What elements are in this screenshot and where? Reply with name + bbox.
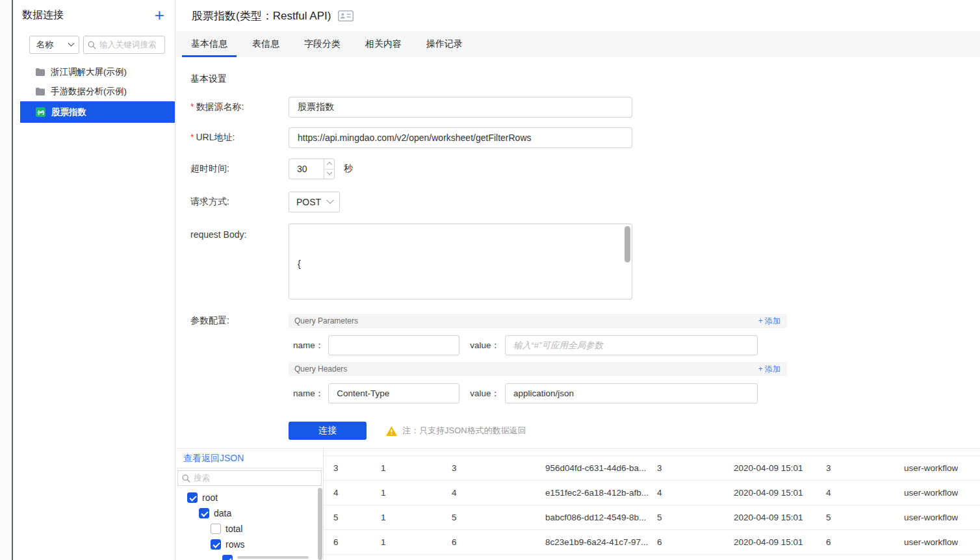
result-panel: 查看返回JSON root data to: [176, 448, 980, 560]
required-asterisk: *: [190, 132, 194, 142]
cell: 2020-04-09 15:01: [734, 463, 826, 473]
checkbox-checked[interactable]: [187, 492, 198, 503]
cell: 5: [826, 513, 904, 522]
sidebar-search-input[interactable]: [99, 40, 159, 49]
table-row: 313956d04fd-c631-44d6-ba...32020-04-09 1…: [324, 456, 980, 481]
page-title: 股票指数(类型：Restful API): [192, 8, 331, 23]
timeout-unit: 秒: [344, 163, 353, 175]
param-value-input[interactable]: [505, 335, 758, 355]
sidebar-header: 数据连接: [14, 0, 175, 22]
connect-row: 连接 注：只支持JSON格式的数据返回: [190, 422, 980, 440]
tree-item-label: rows: [226, 539, 245, 550]
header-name-input[interactable]: [328, 383, 459, 403]
json-notice: 注：只支持JSON格式的数据返回: [386, 425, 526, 437]
add-query-parameter-link[interactable]: + 添加: [758, 316, 780, 327]
collapsed-left-rail: [0, 0, 13, 560]
tab-label: 操作记录: [426, 38, 463, 50]
basic-settings-form: 基本设置 *数据源名称: *URL地址: 超时时间: 秒: [176, 73, 980, 440]
tab-operation-log[interactable]: 操作记录: [417, 31, 472, 57]
table-row-clipped: [324, 449, 980, 456]
tab-label: 相关内容: [365, 38, 402, 50]
request-body-textarea[interactable]: { "appKey": "f3547ad19411180f", "sign": …: [289, 223, 632, 299]
folder-icon: [36, 68, 45, 76]
view-json-link[interactable]: 查看返回JSON: [176, 449, 323, 468]
cell: 6: [826, 537, 904, 547]
cell: 3: [826, 463, 904, 473]
cell: 1: [381, 463, 452, 473]
tab-label: 字段分类: [304, 38, 341, 50]
query-headers-bar: Query Headers + 添加: [289, 362, 787, 376]
datasource-name-row: *数据源名称:: [190, 97, 980, 118]
cell: user-workflow: [904, 537, 958, 547]
params-config-label: 参数配置:: [190, 314, 289, 327]
request-body-row: request Body: { "appKey": "f3547ad194111…: [190, 223, 980, 299]
datasource-name-input[interactable]: [289, 97, 632, 118]
tab-basic-info[interactable]: 基本信息: [182, 31, 237, 57]
tab-field-category[interactable]: 字段分类: [295, 31, 350, 57]
connect-button[interactable]: 连接: [289, 422, 367, 440]
sidebar-item-label: 股票指数: [51, 107, 86, 118]
cell: e151fec2-6a18-412b-afb...: [545, 488, 657, 498]
tree-scrollbar[interactable]: [318, 488, 322, 560]
main-panel: 股票指数(类型：Restful API) 基本信息 表信息 字段分类 相关内容 …: [176, 0, 980, 560]
body-line: {: [298, 257, 621, 271]
cell: 8c23e1b9-6a24-41c7-97...: [545, 537, 657, 547]
checkbox-unchecked[interactable]: [211, 524, 221, 534]
cell: babcf086-dd12-4549-8b...: [545, 513, 657, 522]
json-notice-text: 注：只支持JSON格式的数据返回: [402, 425, 526, 437]
param-name-input[interactable]: [328, 335, 459, 355]
tree-item-label: root: [202, 492, 218, 503]
checkbox-checked[interactable]: [199, 508, 209, 518]
header-name-label: name：: [293, 388, 324, 400]
checkbox-checked[interactable]: [211, 539, 221, 550]
cell: 1: [381, 513, 452, 522]
required-asterisk: *: [190, 101, 194, 112]
cell: user-workflow: [904, 463, 958, 473]
datasource-name-label: *数据源名称:: [190, 101, 289, 113]
cell: 6: [333, 537, 381, 547]
sidebar-item-zhejiang[interactable]: 浙江调解大屏(示例): [14, 62, 175, 82]
cell: 5: [657, 513, 734, 522]
id-card-icon[interactable]: [338, 10, 354, 21]
stepper-down-button[interactable]: [324, 170, 334, 179]
param-value-label: value：: [470, 340, 500, 351]
cell: 1: [381, 488, 452, 498]
cell: 4: [657, 488, 734, 498]
title-bar: 股票指数(类型：Restful API): [176, 0, 980, 31]
query-parameter-row: name： value：: [293, 335, 787, 355]
chevron-down-icon: [68, 40, 75, 46]
query-header-row: name： value：: [293, 383, 787, 403]
param-name-label: name：: [293, 340, 324, 351]
request-method-label: 请求方式:: [190, 196, 289, 208]
sidebar-item-mobile-game[interactable]: 手游数据分析(示例): [14, 82, 175, 101]
tree-item-total: total: [176, 521, 323, 537]
tree-search[interactable]: [177, 470, 322, 486]
sidebar-search[interactable]: [83, 36, 165, 54]
chevron-up-icon: [326, 162, 331, 167]
tab-related-content[interactable]: 相关内容: [356, 31, 411, 57]
request-body-label: request Body:: [190, 223, 289, 240]
checkbox-checked[interactable]: [222, 555, 233, 560]
sidebar-item-label: 手游数据分析(示例): [51, 86, 127, 97]
json-field-tree: root data total rows: [176, 490, 323, 560]
cell: 5: [333, 513, 381, 522]
header-value-input[interactable]: [505, 383, 758, 403]
query-parameters-bar: Query Parameters + 添加: [289, 314, 787, 328]
tree-search-input[interactable]: [194, 474, 304, 483]
cell: 3: [657, 463, 734, 473]
request-method-select[interactable]: POST: [289, 192, 340, 212]
tab-table-info[interactable]: 表信息: [243, 31, 289, 57]
tree-item-label: total: [226, 524, 242, 534]
textarea-scrollbar[interactable]: [625, 226, 630, 262]
cell: 3: [452, 463, 545, 473]
sidebar-item-stock-index[interactable]: 股票指数: [20, 101, 175, 123]
add-query-header-link[interactable]: + 添加: [758, 364, 780, 375]
restful-api-icon: [36, 107, 45, 117]
warning-icon: [386, 426, 397, 436]
filter-type-select[interactable]: 名称: [29, 36, 79, 54]
stepper-up-button[interactable]: [324, 159, 334, 170]
url-input[interactable]: [289, 127, 632, 148]
add-connection-icon[interactable]: [155, 8, 164, 22]
timeout-stepper: [289, 159, 335, 179]
timeout-label: 超时时间:: [190, 163, 289, 175]
